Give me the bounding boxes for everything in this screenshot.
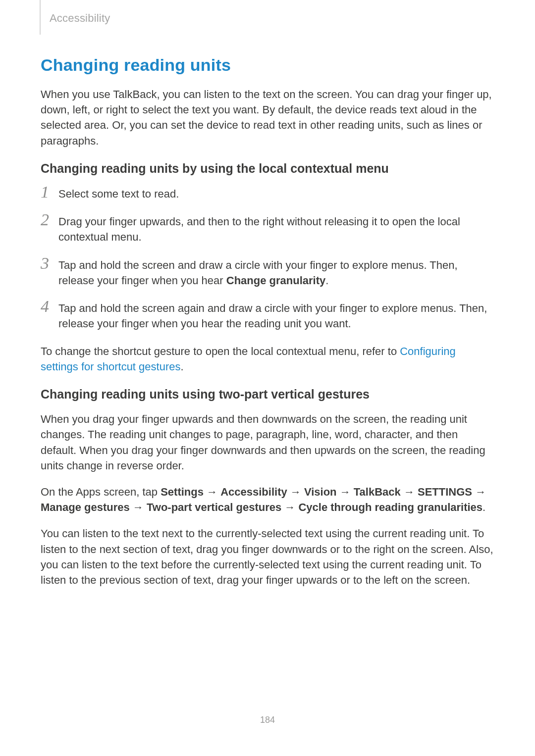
heading-level-3: Changing reading units using two-part ve…	[41, 387, 494, 402]
path-item: Manage gestures	[41, 501, 130, 513]
path-item: Accessibility	[220, 486, 287, 498]
page-content: Changing reading units When you use Talk…	[41, 55, 494, 601]
body-paragraph: You can listen to the text next to the c…	[41, 526, 494, 588]
cross-reference-paragraph: To change the shortcut gesture to open t…	[41, 344, 494, 374]
navigation-path-paragraph: On the Apps screen, tap Settings → Acces…	[41, 484, 494, 515]
text-run: On the Apps screen, tap	[41, 486, 160, 498]
path-item: Vision	[304, 486, 337, 498]
path-arrow-icon: →	[204, 486, 220, 498]
body-paragraph: When you drag your finger upwards and th…	[41, 411, 494, 473]
step-text: Tap and hold the screen again and draw a…	[58, 300, 494, 331]
step-number: 3	[41, 255, 58, 272]
step-text: Tap and hold the screen and draw a circl…	[58, 257, 494, 288]
heading-level-2: Changing reading units	[41, 55, 494, 75]
path-arrow-icon: →	[337, 486, 354, 498]
step-number: 4	[41, 298, 58, 315]
ordered-steps: 1 Select some text to read. 2 Drag your …	[41, 186, 494, 332]
step-number: 2	[41, 211, 58, 228]
running-header: Accessibility	[50, 12, 110, 25]
text-run: .	[180, 360, 183, 373]
step-text: Drag your finger upwards, and then to th…	[58, 213, 494, 245]
step-text: Select some text to read.	[58, 186, 494, 202]
page-number: 184	[0, 715, 535, 725]
step-text-bold: Change granularity	[226, 274, 325, 287]
step-item: 2 Drag your finger upwards, and then to …	[41, 213, 494, 245]
path-item: TalkBack	[354, 486, 401, 498]
path-item: Cycle through reading granularities	[298, 501, 482, 513]
path-arrow-icon: →	[287, 486, 304, 498]
path-item: Settings	[160, 486, 204, 498]
path-arrow-icon: →	[472, 486, 486, 498]
path-item: Two-part vertical gestures	[147, 501, 281, 513]
step-text-post: .	[325, 274, 328, 287]
step-item: 3 Tap and hold the screen and draw a cir…	[41, 257, 494, 288]
path-arrow-icon: →	[281, 501, 298, 513]
step-item: 1 Select some text to read.	[41, 186, 494, 202]
section-divider-line	[40, 0, 41, 35]
path-item: SETTINGS	[418, 486, 472, 498]
step-number: 1	[41, 184, 58, 201]
text-run: To change the shortcut gesture to open t…	[41, 345, 400, 357]
step-item: 4 Tap and hold the screen again and draw…	[41, 300, 494, 331]
path-arrow-icon: →	[401, 486, 418, 498]
intro-paragraph: When you use TalkBack, you can listen to…	[41, 87, 494, 149]
heading-level-3: Changing reading units by using the loca…	[41, 161, 494, 176]
path-arrow-icon: →	[130, 501, 147, 513]
page: Accessibility Changing reading units Whe…	[0, 0, 535, 756]
text-run: .	[482, 501, 485, 513]
